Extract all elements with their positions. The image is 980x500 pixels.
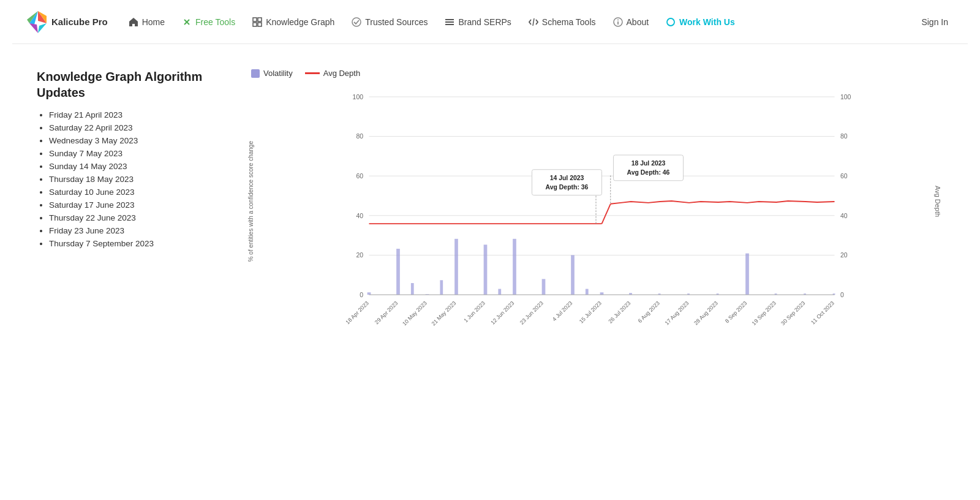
svg-text:60: 60 <box>840 173 848 180</box>
svg-text:40: 40 <box>840 213 848 219</box>
nav-knowledge-graph[interactable]: Knowledge Graph <box>245 13 342 31</box>
avg-depth-line-icon <box>305 72 320 74</box>
code-icon <box>529 17 538 27</box>
svg-text:20: 20 <box>356 252 363 259</box>
svg-text:8 Sep 2023: 8 Sep 2023 <box>724 300 748 325</box>
svg-text:10 May 2023: 10 May 2023 <box>401 300 428 327</box>
svg-text:26 Jul 2023: 26 Jul 2023 <box>607 300 631 325</box>
scissors-icon <box>182 17 192 27</box>
svg-rect-11 <box>258 23 262 26</box>
svg-point-12 <box>352 18 361 26</box>
svg-text:0: 0 <box>840 292 844 298</box>
logo-icon <box>24 6 51 38</box>
menu-icon <box>445 17 454 27</box>
chart-area: Volatility Avg Depth % of entities with … <box>245 69 943 387</box>
svg-text:20: 20 <box>840 252 848 259</box>
list-item: Friday 23 June 2023 <box>49 226 221 235</box>
svg-rect-47 <box>498 289 501 295</box>
svg-rect-49 <box>571 255 575 295</box>
svg-text:17 Aug 2023: 17 Aug 2023 <box>664 300 690 327</box>
info-icon <box>613 17 623 27</box>
main-content: Knowledge Graph Algorithm Updates Friday… <box>12 44 968 412</box>
legend-avg-depth: Avg Depth <box>305 69 360 78</box>
dates-list: Friday 21 April 2023 Saturday 22 April 2… <box>37 110 221 248</box>
svg-rect-42 <box>454 239 458 295</box>
nav-home[interactable]: Home <box>121 13 172 31</box>
list-item: Wednesday 3 May 2023 <box>49 136 221 145</box>
svg-text:4 Jul 2023: 4 Jul 2023 <box>551 300 573 322</box>
nav-schema-tools[interactable]: Schema Tools <box>521 13 603 31</box>
svg-rect-51 <box>600 292 604 295</box>
svg-rect-45 <box>440 280 443 295</box>
signin-link[interactable]: Sign In <box>914 13 956 31</box>
nav-trusted-sources[interactable]: Trusted Sources <box>344 13 435 31</box>
svg-rect-40 <box>396 249 400 295</box>
svg-text:15 Jul 2023: 15 Jul 2023 <box>578 300 603 325</box>
svg-text:60: 60 <box>356 173 363 180</box>
grid-icon <box>252 17 262 27</box>
y-axis-right-label: Avg Depth <box>932 85 943 318</box>
logo-text: Kalicube Pro <box>51 17 108 27</box>
page-title: Knowledge Graph Algorithm Updates <box>37 69 221 100</box>
svg-rect-56 <box>745 254 749 295</box>
nav-brand-serps[interactable]: Brand SERPs <box>437 13 518 31</box>
svg-rect-13 <box>445 19 454 20</box>
svg-rect-39 <box>368 292 371 295</box>
chart-svg: 0 20 40 60 80 100 0 20 40 60 80 100 <box>262 85 930 318</box>
svg-text:80: 80 <box>840 133 848 140</box>
svg-text:14 Jul 2023: 14 Jul 2023 <box>550 175 584 181</box>
nav-about[interactable]: About <box>606 13 657 31</box>
svg-rect-43 <box>484 244 488 295</box>
svg-text:40: 40 <box>356 213 363 219</box>
svg-marker-4 <box>29 23 38 33</box>
home-icon <box>129 17 138 27</box>
logo[interactable]: Kalicube Pro <box>24 6 108 38</box>
list-item: Saturday 17 June 2023 <box>49 200 221 210</box>
svg-text:6 Aug 2023: 6 Aug 2023 <box>637 300 661 324</box>
volatility-label: Volatility <box>263 69 293 78</box>
circle-icon <box>666 17 676 27</box>
nav-free-tools[interactable]: Free Tools <box>175 13 243 31</box>
svg-text:Avg Depth: 46: Avg Depth: 46 <box>627 169 670 176</box>
list-item: Thursday 22 June 2023 <box>49 213 221 222</box>
svg-text:100: 100 <box>353 94 364 100</box>
svg-text:0: 0 <box>360 292 363 298</box>
svg-text:30 Sep 2023: 30 Sep 2023 <box>780 300 806 327</box>
svg-rect-83 <box>614 155 684 181</box>
avg-depth-label: Avg Depth <box>323 69 360 78</box>
chart-container: % of entities with a confidence score ch… <box>245 85 943 379</box>
list-item: Friday 21 April 2023 <box>49 110 221 119</box>
y-axis-left-label: % of entities with a confidence score ch… <box>245 85 256 318</box>
svg-text:29 Apr 2023: 29 Apr 2023 <box>374 300 399 325</box>
svg-rect-9 <box>258 18 262 21</box>
volatility-icon <box>251 69 260 78</box>
svg-text:1 Jun 2023: 1 Jun 2023 <box>462 300 486 324</box>
svg-rect-50 <box>586 289 589 295</box>
svg-rect-15 <box>445 24 454 25</box>
nav-work-with-us[interactable]: Work With Us <box>658 13 742 31</box>
left-panel: Knowledge Graph Algorithm Updates Friday… <box>37 69 221 387</box>
list-item: Thursday 18 May 2023 <box>49 175 221 184</box>
list-item: Sunday 14 May 2023 <box>49 162 221 171</box>
svg-point-20 <box>667 18 674 26</box>
svg-rect-10 <box>253 23 257 26</box>
svg-text:28 Aug 2023: 28 Aug 2023 <box>693 300 719 327</box>
list-item: Sunday 7 May 2023 <box>49 149 221 158</box>
svg-rect-79 <box>532 170 602 195</box>
svg-marker-5 <box>38 23 47 33</box>
chart-legend: Volatility Avg Depth <box>251 69 943 78</box>
svg-rect-8 <box>253 18 257 21</box>
list-item: Thursday 7 September 2023 <box>49 239 221 248</box>
svg-text:19 Sep 2023: 19 Sep 2023 <box>751 300 777 327</box>
svg-text:21 May 2023: 21 May 2023 <box>430 300 457 327</box>
svg-rect-46 <box>513 239 516 295</box>
legend-volatility: Volatility <box>251 69 293 78</box>
svg-text:11 Oct 2023: 11 Oct 2023 <box>810 300 835 326</box>
svg-text:18 Apr 2023: 18 Apr 2023 <box>344 300 369 325</box>
svg-rect-48 <box>542 279 546 295</box>
navbar: Kalicube Pro Home Free Tools Knowledge G… <box>12 0 968 44</box>
svg-text:12 Jun 2023: 12 Jun 2023 <box>489 300 515 326</box>
svg-line-16 <box>533 18 534 26</box>
svg-text:80: 80 <box>356 133 363 140</box>
list-item: Saturday 10 June 2023 <box>49 188 221 197</box>
